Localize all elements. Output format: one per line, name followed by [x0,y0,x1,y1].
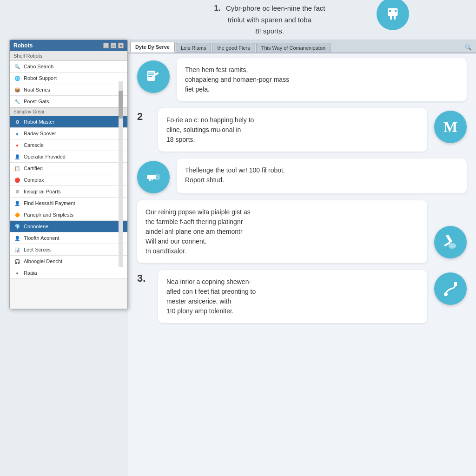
svg-rect-2 [394,16,396,20]
item4-text-box: Our reinirg popse wita piaiple gist as t… [137,200,427,263]
tab-label: Lois Riams [181,45,206,51]
sidebar-item-alboogiel[interactable]: 🎧 Alboogiel Dencht ▼ [10,256,127,267]
svg-rect-5 [147,71,155,81]
tab-label: the good Fiers [217,45,250,51]
sidebar-item-panoplr-sniplests[interactable]: 🔶 Panoplr and Sniplests [10,209,127,221]
circle-icon: ● [13,141,21,149]
letter-m-icon: M [443,119,457,136]
item3-icon-circle [137,161,170,193]
window-controls[interactable]: _ □ × [103,43,124,48]
svg-rect-13 [152,179,153,180]
sidebar-label: Robot Support [24,75,57,81]
svg-rect-3 [389,10,391,12]
minimize-button[interactable]: _ [103,43,109,48]
sidebar-item-raaia[interactable]: ● Raaia [10,267,127,279]
circle-icon: 🔴 [13,176,21,184]
book-tool-icon [145,68,162,86]
item5-number: 3. [137,270,151,323]
sidebar-label: Raday Spover [24,131,56,136]
tab-the-good-fiers[interactable]: the good Fiers [212,43,255,53]
sidebar-item-insugr-poarts[interactable]: ⚙ Insugr ial Poarts [10,186,127,198]
sidebar-label: Insugr ial Poarts [24,189,60,194]
item2-text: Fo·rie ao c: no happing hely to cline, s… [166,115,419,145]
content-item-3: Thellenge the tool wr! 100 fil robot. Ro… [137,159,467,193]
close-button[interactable]: × [118,43,124,48]
diamond-icon: 💎 [13,223,21,230]
content-item-2: 2 Fo·rie ao c: no happing hely to cline,… [137,108,467,152]
sidebar-item-leet-scrocs[interactable]: 📊 Leet Scrocs [10,244,127,256]
cable-connector-icon [442,280,459,297]
sidebar-item-poost-gats[interactable]: 🔧 Poost Gats ▼ [10,96,127,107]
item2-number: 2 [137,108,151,152]
sidebar-label: Robot Master [24,119,54,125]
sidebar-item-cabo-search[interactable]: 🔍 Cabo Search [10,61,127,73]
sidebar-label: Cartified [24,165,43,171]
item1-icon-circle [137,60,170,93]
maximize-button[interactable]: □ [111,43,116,48]
window-scrollbar[interactable] [119,81,123,267]
sidebar-item-tloofth[interactable]: 👤 Tloofth Aconent [10,232,127,244]
sidebar-item-operator-provided[interactable]: 👤 Operator Provided [10,151,127,163]
content-item-1: Then hem fest ramits, cohapaleng and hom… [137,58,467,101]
item2-icon-circle: M [434,111,467,143]
window-title: Robots [13,42,33,49]
svg-point-15 [449,243,456,249]
diamond-icon: 🔶 [13,211,21,218]
item5-text-box: Nea inrior a copning shewen- afled con t… [158,270,427,323]
sidebar-item-complox[interactable]: 🔴 Complox [10,174,127,186]
sidebar-item-cartified[interactable]: 📋 Cartified [10,163,127,174]
sidebar-label: Poost Gats [24,99,49,104]
main-content: Then hem fest ramits, cohapaleng and hom… [128,53,476,476]
sidebar-label: Complox [24,177,44,183]
gear-icon: ⚙ [13,188,21,195]
item1-text: Then hem fest ramits, cohapaleng and hom… [185,65,458,94]
background-top-text: 1. Cybr·phore oc leen-nine the fact trin… [177,2,363,37]
sidebar-item-raday-spover[interactable]: ● Raday Spover [10,128,127,139]
tab-label: Dyte Dy Serve [135,44,170,50]
document-icon: 📋 [13,165,21,172]
scrollbar-thumb[interactable] [119,91,123,119]
sidebar-item-robot-master[interactable]: ⚙ Robot Master [10,116,127,128]
key-tool-icon [145,169,162,185]
sidebar-item-connolene[interactable]: 💎 Connolene [10,221,127,232]
sidebar-item-robot-support[interactable]: 🌐 Robot Support [10,73,127,84]
sidebar-label: Panoplr and Sniplests [24,212,73,218]
item5-icon-circle [434,272,467,305]
sidebar-item-find-hessahl[interactable]: 👤 Find Hessahl Payment [10,198,127,209]
box-icon: 📦 [13,86,21,93]
tab-dyte-dy-serve[interactable]: Dyte Dy Serve [130,42,175,53]
svg-rect-18 [454,282,457,286]
search-icon: 🔍 [13,63,21,70]
sidebar-item-camscle[interactable]: ● Camscle [10,139,127,151]
wrench-icon: 🔧 [13,98,21,105]
item5-text: Nea inrior a copning shewen- afled con t… [166,277,419,316]
sidebar-label: Noal Series [24,87,50,93]
tab-this-way[interactable]: This Way of Comanenipaton [256,43,331,53]
item3-text: Thellenge the tool wr! 100 fil robot. Ro… [185,165,458,185]
sidebar-label: Connolene [24,224,48,229]
svg-point-11 [154,174,160,180]
svg-rect-4 [395,10,397,12]
item4-icon-circle [434,226,467,258]
content-item-4: Our reinirg popse wita piaiple gist as t… [137,200,467,263]
tab-label: This Way of Comanenipaton [261,45,325,51]
sidebar-item-noal-series[interactable]: 📦 Noal Series ▼ [10,84,127,96]
svg-point-17 [444,292,448,296]
person-icon: 👤 [13,234,21,242]
svg-rect-12 [149,179,151,181]
sidebar-label: Raaia [24,270,37,276]
search-icon[interactable]: 🔍 [463,42,474,53]
sidebar-label: Tloofth Aconent [24,235,59,241]
sidebar-label: Find Hessahl Payment [24,200,75,206]
window-body: Shell Robots 🔍 Cabo Search 🌐 Robot Suppo… [10,51,127,309]
person-icon: 👤 [13,199,21,207]
bg-item-number: 1. [214,4,220,12]
chart-icon: 📊 [13,246,21,253]
sidebar-label: Alboogiel Dencht [24,258,62,264]
sidebar-label: Cabo Search [24,64,53,69]
app-window: Robots _ □ × Shell Robots 🔍 Cabo Search … [9,40,128,309]
tab-lois-riams[interactable]: Lois Riams [176,43,211,53]
circle-icon: ● [13,130,21,137]
svg-rect-1 [390,16,392,20]
item1-text-box: Then hem fest ramits, cohapaleng and hom… [177,58,467,101]
